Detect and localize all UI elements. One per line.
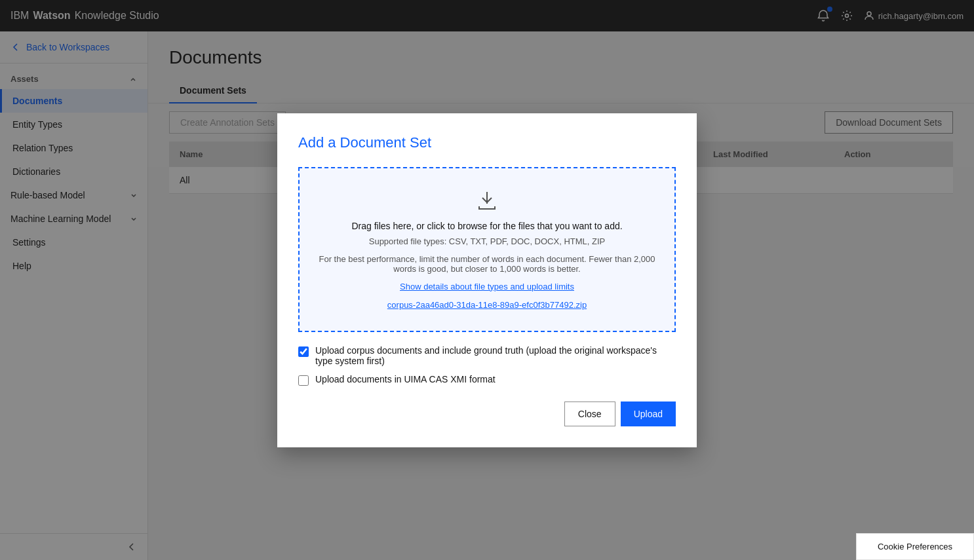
cookie-preferences-label: Cookie Preferences — [878, 542, 952, 551]
upload-button[interactable]: Upload — [621, 401, 676, 426]
modal-footer: Close Upload — [298, 401, 676, 426]
modal-title: Add a Document Set — [298, 134, 676, 151]
checkbox-corpus-row: Upload corpus documents and include grou… — [298, 345, 676, 366]
uploaded-filename[interactable]: corpus-2aa46ad0-31da-11e8-89a9-efc0f3b77… — [387, 300, 587, 310]
close-button[interactable]: Close — [564, 401, 615, 426]
dropzone-instruction: Drag files here, or click to browse for … — [315, 221, 659, 231]
add-document-set-modal: Add a Document Set Drag files here, or c… — [277, 113, 697, 447]
dropzone-performance-note: For the best performance, limit the numb… — [315, 254, 659, 274]
upload-icon — [315, 189, 659, 213]
file-dropzone[interactable]: Drag files here, or click to browse for … — [298, 167, 676, 332]
dropzone-file-types: Supported file types: CSV, TXT, PDF, DOC… — [315, 236, 659, 246]
checkbox-uima-row: Upload documents in UIMA CAS XMI format — [298, 374, 676, 386]
corpus-checkbox-label: Upload corpus documents and include grou… — [315, 345, 676, 366]
corpus-checkbox[interactable] — [298, 346, 309, 357]
modal-overlay[interactable]: Add a Document Set Drag files here, or c… — [0, 0, 974, 560]
file-types-link[interactable]: Show details about file types and upload… — [315, 282, 659, 291]
uima-checkbox-label: Upload documents in UIMA CAS XMI format — [315, 374, 496, 384]
cookie-preferences-banner[interactable]: Cookie Preferences — [856, 533, 974, 560]
uima-checkbox[interactable] — [298, 375, 309, 386]
